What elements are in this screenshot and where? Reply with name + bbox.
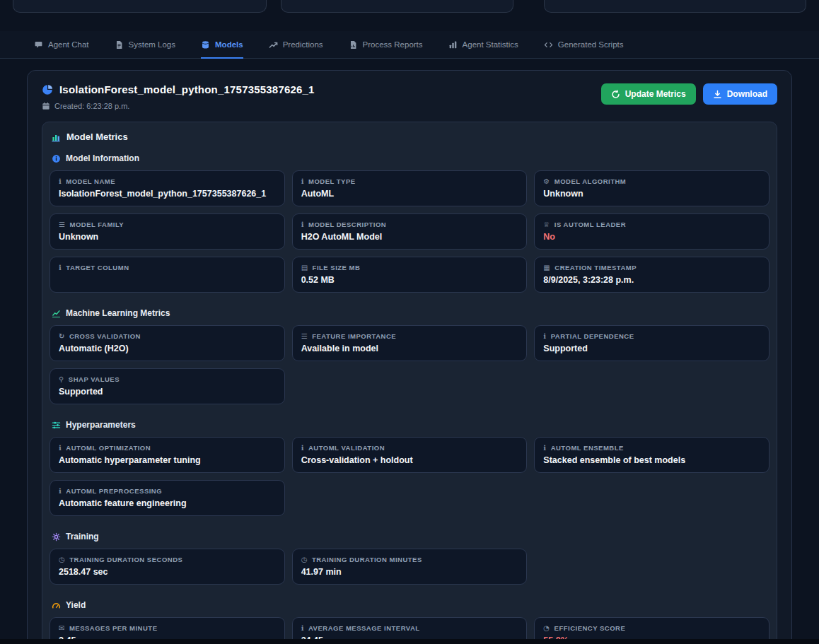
tab-label: Agent Chat	[48, 40, 89, 49]
metrics-section: HyperparametersℹAUTOML OPTIMIZATIONAutom…	[50, 420, 769, 516]
metric-label: MODEL TYPE	[308, 177, 356, 185]
metric-label-row: ☰MODEL FAMILY	[59, 221, 276, 228]
top-cards-row	[0, 0, 819, 13]
tab-label: Models	[215, 40, 243, 49]
tab-label: System Logs	[129, 40, 175, 49]
metric-label: TRAINING DURATION SECONDS	[69, 556, 182, 563]
metric-label-row: ℹMODEL DESCRIPTION	[301, 221, 518, 228]
info-icon: ℹ	[59, 178, 62, 185]
code-icon	[544, 40, 553, 49]
magnifier-icon: ⚲	[59, 376, 64, 383]
metric-card-model-type: ℹMODEL TYPEAutoML	[292, 170, 528, 206]
sliders-icon	[52, 421, 61, 430]
metric-label-row: ℹMODEL TYPE	[301, 177, 518, 185]
metric-card-partial-dependence: ℹPARTIAL DEPENDENCESupported	[534, 325, 769, 361]
metric-value: Automatic hyperparameter tuning	[59, 455, 276, 465]
chart-line-icon	[52, 309, 61, 318]
metric-value: Supported	[543, 344, 760, 353]
metric-grid: ℹMODEL NAMEIsolationForest_model_python_…	[50, 170, 769, 293]
metric-label-row: ℹMODEL NAME	[59, 177, 276, 185]
metric-label: MODEL ALGORITHM	[554, 177, 626, 185]
message-icon: ✉	[59, 625, 65, 632]
metric-card-file-size-mb: ▤FILE SIZE MB0.52 MB	[292, 257, 528, 293]
metric-label-row: ℹPARTIAL DEPENDENCE	[543, 332, 760, 340]
metric-label: FILE SIZE MB	[313, 264, 361, 271]
metric-label-row: ☰FEATURE IMPORTANCE	[301, 332, 518, 340]
tab-bar: Agent ChatSystem LogsModelsPredictionsPr…	[0, 31, 819, 59]
section-header: Yield	[50, 600, 769, 610]
section-title: Machine Learning Metrics	[66, 308, 170, 318]
calendar-icon: ▦	[543, 264, 550, 271]
metric-label-row: ▦CREATION TIMESTAMP	[543, 264, 760, 271]
refresh-icon: ↻	[59, 333, 65, 340]
calendar-icon	[42, 102, 50, 110]
metric-label: PARTIAL DEPENDENCE	[551, 332, 634, 340]
info-icon: ℹ	[301, 625, 304, 632]
info-icon: ℹ	[543, 333, 546, 340]
top-card-1	[13, 0, 267, 13]
info-circle-icon	[52, 154, 61, 163]
list-icon: ☰	[301, 333, 308, 340]
metric-label-row: ℹTARGET COLUMN	[59, 264, 276, 271]
section-header: Training	[50, 532, 769, 541]
update-metrics-button[interactable]: Update Metrics	[601, 83, 696, 105]
metric-label-row: ℹAUTOML PREPROCESSING	[59, 487, 276, 495]
metric-value: Cross-validation + holdout	[301, 455, 518, 465]
gauge-icon: ◔	[543, 625, 550, 632]
metric-label-row: ⚲SHAP VALUES	[59, 375, 276, 383]
tab-generated-scripts[interactable]: Generated Scripts	[544, 31, 624, 58]
disk-icon: ▤	[301, 264, 308, 271]
section-title: Model Information	[66, 153, 139, 163]
info-icon: ℹ	[59, 264, 62, 271]
metric-card-model-family: ☰MODEL FAMILYUnknown	[50, 213, 285, 250]
metric-card-feature-importance: ☰FEATURE IMPORTANCEAvailable in model	[292, 325, 528, 361]
section-title: Training	[66, 532, 99, 541]
sitemap-icon: ☰	[59, 221, 65, 228]
info-icon: ℹ	[59, 488, 62, 495]
metric-grid: ◷TRAINING DURATION SECONDS2518.47 sec◷TR…	[50, 549, 769, 585]
panel-title: Model Metrics	[66, 131, 128, 142]
report-icon	[349, 40, 358, 49]
metric-label-row: ⚙MODEL ALGORITHM	[543, 177, 760, 185]
tab-predictions[interactable]: Predictions	[269, 31, 323, 58]
metrics-section: Machine Learning Metrics↻CROSS VALIDATIO…	[50, 308, 769, 404]
metric-card-creation-timestamp: ▦CREATION TIMESTAMP8/9/2025, 3:23:28 p.m…	[534, 257, 769, 293]
metric-label: CREATION TIMESTAMP	[554, 264, 637, 271]
tab-models[interactable]: Models	[201, 31, 243, 58]
info-icon: ℹ	[301, 178, 304, 185]
clock-icon: ◷	[59, 556, 65, 563]
metric-card-shap-values: ⚲SHAP VALUESSupported	[50, 368, 285, 404]
metric-card-automl-preprocessing: ℹAUTOML PREPROCESSINGAutomatic feature e…	[50, 480, 285, 516]
gear-icon: ⚙	[543, 178, 550, 185]
metric-label: AVERAGE MESSAGE INTERVAL	[308, 624, 420, 632]
metric-value: Supported	[59, 387, 276, 397]
metric-value: Unknown	[59, 232, 276, 242]
model-title: IsolationForest_model_python_17573553876…	[59, 83, 315, 95]
gears-icon	[52, 532, 61, 541]
model-metrics-panel: Model Metrics Model InformationℹMODEL NA…	[42, 122, 777, 644]
metric-value: IsolationForest_model_python_17573553876…	[59, 189, 276, 199]
metric-card-automl-validation: ℹAUTOML VALIDATIONCross-validation + hol…	[292, 437, 528, 473]
metric-card-model-algorithm: ⚙MODEL ALGORITHMUnknown	[534, 170, 769, 206]
metric-card-target-column: ℹTARGET COLUMN	[50, 257, 285, 293]
trend-icon	[269, 40, 278, 49]
tab-agent-statistics[interactable]: Agent Statistics	[448, 31, 518, 58]
tab-process-reports[interactable]: Process Reports	[349, 31, 423, 58]
clock-icon: ◷	[301, 556, 308, 563]
metric-label: MESSAGES PER MINUTE	[69, 624, 158, 632]
metrics-section: Training◷TRAINING DURATION SECONDS2518.4…	[50, 532, 769, 585]
section-title: Hyperparameters	[66, 420, 136, 430]
metric-value: Automatic feature engineering	[59, 498, 276, 508]
model-detail-card: IsolationForest_model_python_17573553876…	[27, 70, 792, 644]
metric-card-training-duration-seconds: ◷TRAINING DURATION SECONDS2518.47 sec	[50, 549, 285, 585]
pie-chart-icon	[42, 84, 53, 95]
metric-label: AUTOML OPTIMIZATION	[66, 444, 151, 452]
tab-system-logs[interactable]: System Logs	[115, 31, 175, 58]
info-icon: ℹ	[543, 445, 546, 452]
section-title: Yield	[66, 600, 86, 610]
metric-value: Available in model	[301, 344, 518, 353]
metric-card-automl-optimization: ℹAUTOML OPTIMIZATIONAutomatic hyperparam…	[50, 437, 285, 473]
download-icon	[713, 90, 722, 99]
download-button[interactable]: Download	[703, 83, 777, 105]
tab-agent-chat[interactable]: Agent Chat	[34, 31, 89, 58]
